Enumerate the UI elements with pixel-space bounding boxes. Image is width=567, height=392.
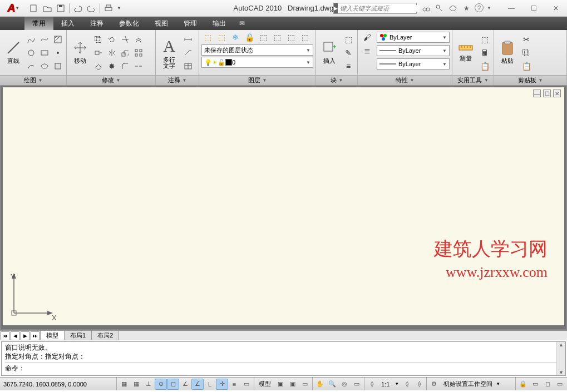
qat-open-icon[interactable] bbox=[41, 2, 53, 14]
zoom-icon[interactable]: 🔍 bbox=[326, 379, 338, 390]
point-icon[interactable]: • bbox=[52, 47, 64, 59]
copy-icon[interactable]: ⿻ bbox=[92, 33, 105, 46]
help-icon[interactable]: ? bbox=[475, 3, 484, 12]
ellipse-icon[interactable] bbox=[38, 60, 51, 72]
scale-icon[interactable] bbox=[119, 47, 131, 59]
annoscale-icon[interactable]: ⟠ bbox=[366, 379, 378, 390]
lineweight-combo[interactable]: ByLayer▼ bbox=[377, 58, 450, 70]
paste-tool[interactable]: 粘贴 bbox=[496, 32, 519, 73]
toolbar-lock-icon[interactable]: 🔒 bbox=[517, 379, 529, 390]
qat-new-icon[interactable] bbox=[28, 2, 40, 14]
coordinates-display[interactable]: 3675.7240, 1603.0859, 0.0000 bbox=[0, 378, 117, 390]
polyline-icon[interactable] bbox=[25, 33, 37, 46]
hardware-accel-icon[interactable]: ▭ bbox=[529, 379, 541, 390]
qp-toggle-icon[interactable]: ▭ bbox=[240, 379, 253, 390]
tab-extra-icon[interactable]: ✉ bbox=[234, 17, 250, 30]
cut-icon[interactable]: ✂ bbox=[520, 33, 533, 46]
layer-off-icon[interactable]: ⬚ bbox=[215, 31, 228, 43]
binoculars-icon[interactable] bbox=[421, 3, 431, 13]
tab-nav-last-icon[interactable]: ⏭ bbox=[31, 331, 40, 340]
ortho-toggle-icon[interactable]: ⊥ bbox=[142, 379, 155, 390]
layer-prev-icon[interactable]: ⬚ bbox=[271, 31, 283, 43]
otrack-toggle-icon[interactable]: ∠ bbox=[191, 379, 204, 390]
layer-prop-icon[interactable]: ⬚ bbox=[201, 31, 214, 43]
close-button[interactable]: ✕ bbox=[545, 1, 567, 16]
circle-icon[interactable] bbox=[25, 47, 37, 59]
mtext-tool[interactable]: A 多行 文字 bbox=[158, 32, 180, 73]
annotation-scale[interactable]: 1:1 bbox=[378, 381, 393, 388]
measure-tool[interactable]: 测量 bbox=[455, 32, 477, 73]
tab-nav-first-icon[interactable]: ⏮ bbox=[1, 331, 9, 340]
command-scrollbar[interactable]: ▲▼ bbox=[556, 342, 565, 375]
favorite-icon[interactable]: ★ bbox=[461, 3, 471, 13]
drawing-canvas[interactable]: — ☐ ✕ Y X 建筑人学习网 www.jzrxxw.com bbox=[3, 87, 564, 325]
qat-dropdown-icon[interactable]: ▼ bbox=[116, 2, 122, 14]
help-dropdown-icon[interactable]: ▼ bbox=[487, 6, 491, 11]
rotate-icon[interactable] bbox=[106, 33, 118, 46]
tab-view[interactable]: 视图 bbox=[147, 17, 176, 30]
paste-special-icon[interactable]: 📋 bbox=[520, 60, 533, 72]
tab-parametric[interactable]: 参数化 bbox=[111, 17, 147, 30]
workspace-gear-icon[interactable]: ⚙ bbox=[428, 379, 440, 390]
tab-output[interactable]: 输出 bbox=[205, 17, 234, 30]
grid-toggle-icon[interactable]: ▦ bbox=[130, 379, 142, 390]
tab-model[interactable]: 模型 bbox=[40, 331, 65, 340]
layer-states-icon[interactable]: ⬚ bbox=[299, 31, 311, 43]
hatch-icon[interactable] bbox=[52, 33, 64, 46]
layer-state-combo[interactable]: 未保存的图层状态▼ bbox=[201, 44, 313, 56]
dimension-icon[interactable] bbox=[182, 33, 194, 46]
search-input[interactable] bbox=[338, 5, 420, 12]
ducs-toggle-icon[interactable]: L bbox=[204, 379, 216, 390]
command-prompt[interactable]: 命令： bbox=[5, 362, 562, 373]
table-icon[interactable] bbox=[182, 60, 194, 72]
viewport-max-icon[interactable]: ▭ bbox=[299, 379, 311, 390]
command-window[interactable]: 窗口说明无效。 指定对角点：指定对角点： 命令： ▲▼ bbox=[1, 341, 566, 376]
viewport-close-icon[interactable]: ✕ bbox=[553, 90, 561, 97]
clean-screen-icon[interactable]: ▭ bbox=[554, 379, 566, 390]
mirror-icon[interactable] bbox=[106, 47, 118, 59]
annoauto-icon[interactable]: ⟠ bbox=[413, 379, 425, 390]
viewport-maximize-icon[interactable]: ☐ bbox=[543, 90, 551, 97]
tab-layout2[interactable]: 布局2 bbox=[91, 331, 119, 340]
workspace-switcher[interactable]: 初始设置工作空间 bbox=[440, 380, 496, 388]
isolate-icon[interactable]: ◻ bbox=[541, 379, 554, 390]
osnap-toggle-icon[interactable]: ◻ bbox=[167, 379, 179, 390]
edit-block-icon[interactable]: ✎ bbox=[342, 47, 354, 59]
region-icon[interactable] bbox=[52, 60, 64, 72]
qat-print-icon[interactable] bbox=[102, 2, 115, 14]
tab-nav-prev-icon[interactable]: ◀ bbox=[11, 331, 19, 340]
tab-insert[interactable]: 插入 bbox=[53, 17, 82, 30]
color-combo[interactable]: ByLayer▼ bbox=[377, 32, 450, 43]
tab-annotate[interactable]: 注释 bbox=[82, 17, 111, 30]
layer-current-combo[interactable]: 💡 ☀ 🔓 0 ▼ bbox=[201, 57, 313, 68]
tab-layout1[interactable]: 布局1 bbox=[64, 331, 92, 340]
layer-match-icon[interactable]: ⬚ bbox=[285, 31, 297, 43]
rectangle-icon[interactable] bbox=[38, 47, 51, 59]
infocenter-search[interactable]: ▶ bbox=[333, 3, 417, 14]
maximize-button[interactable]: ☐ bbox=[522, 1, 545, 16]
steering-icon[interactable]: ◎ bbox=[338, 379, 351, 390]
dyn-toggle-icon[interactable]: ✛ bbox=[216, 379, 228, 390]
qat-save-icon[interactable] bbox=[55, 2, 67, 14]
lwt-toggle-icon[interactable]: ≡ bbox=[228, 379, 240, 390]
insert-block-tool[interactable]: 插入 bbox=[318, 32, 341, 73]
copy-clip-icon[interactable]: ⿻ bbox=[520, 47, 533, 59]
join-icon[interactable] bbox=[132, 60, 145, 72]
stretch-icon[interactable] bbox=[92, 47, 105, 59]
id-icon[interactable]: 📋 bbox=[479, 60, 491, 72]
pan-icon[interactable]: ✋ bbox=[314, 379, 326, 390]
layer-lock-icon[interactable]: 🔒 bbox=[243, 31, 255, 43]
key-icon[interactable] bbox=[435, 3, 445, 13]
viewport-minimize-icon[interactable]: — bbox=[533, 90, 541, 97]
leader-icon[interactable] bbox=[182, 47, 194, 59]
qat-undo-icon[interactable] bbox=[72, 2, 84, 14]
tab-manage[interactable]: 管理 bbox=[176, 17, 205, 30]
fillet-icon[interactable] bbox=[119, 60, 131, 72]
app-menu-button[interactable]: A ▼ bbox=[2, 1, 24, 16]
tab-home[interactable]: 常用 bbox=[24, 17, 53, 30]
create-block-icon[interactable]: ⬚ bbox=[342, 33, 354, 46]
list-icon[interactable]: ≣ bbox=[360, 44, 374, 57]
move-tool[interactable]: 移动 bbox=[69, 32, 91, 73]
arc-icon[interactable] bbox=[25, 60, 37, 72]
array-icon[interactable] bbox=[132, 47, 145, 59]
